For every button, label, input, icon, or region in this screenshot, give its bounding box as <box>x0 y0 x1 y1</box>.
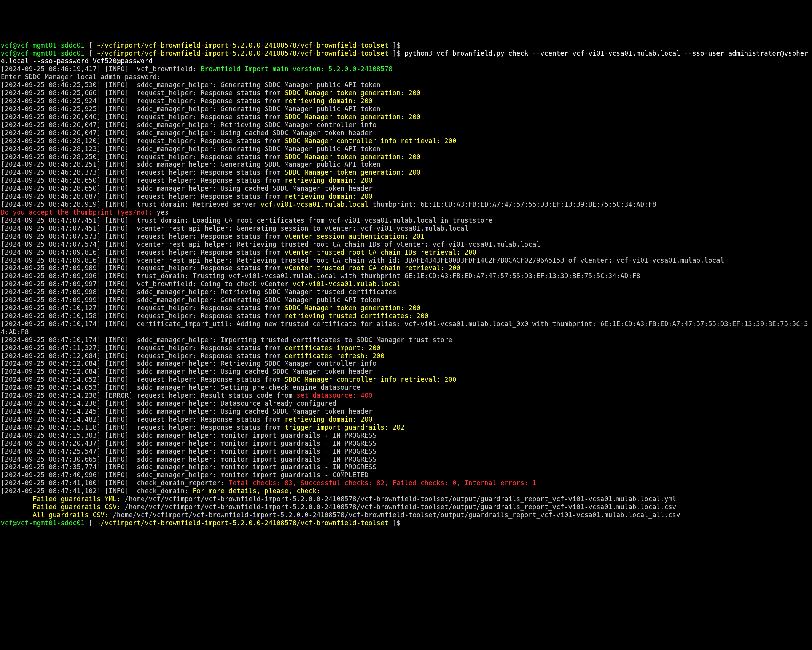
terminal-output[interactable]: vcf@vcf-mgmt01-sddc01 [ ~/vcfimport/vcf-… <box>0 40 812 529</box>
